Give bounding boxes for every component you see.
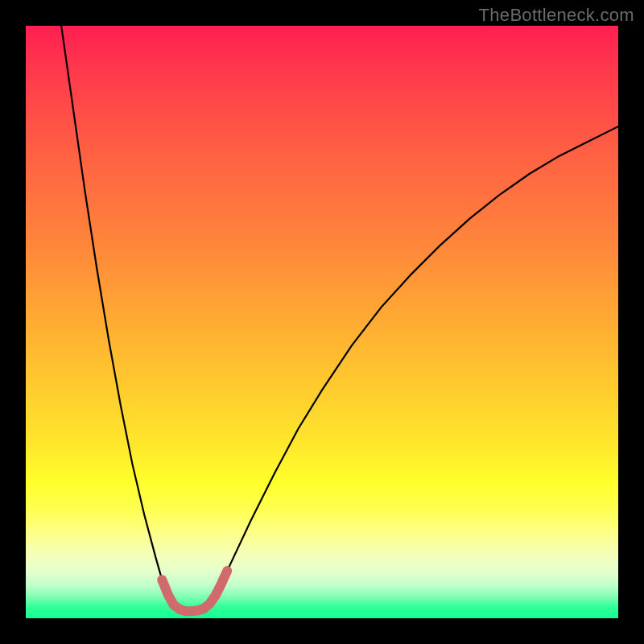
chart-frame: TheBottleneck.com bbox=[0, 0, 644, 644]
valley-overlay-path bbox=[162, 571, 227, 611]
plot-area bbox=[26, 26, 618, 618]
watermark-text: TheBottleneck.com bbox=[479, 5, 634, 26]
right-branch-path bbox=[213, 126, 618, 601]
left-branch-path bbox=[61, 26, 178, 609]
curve-layer bbox=[26, 26, 618, 618]
